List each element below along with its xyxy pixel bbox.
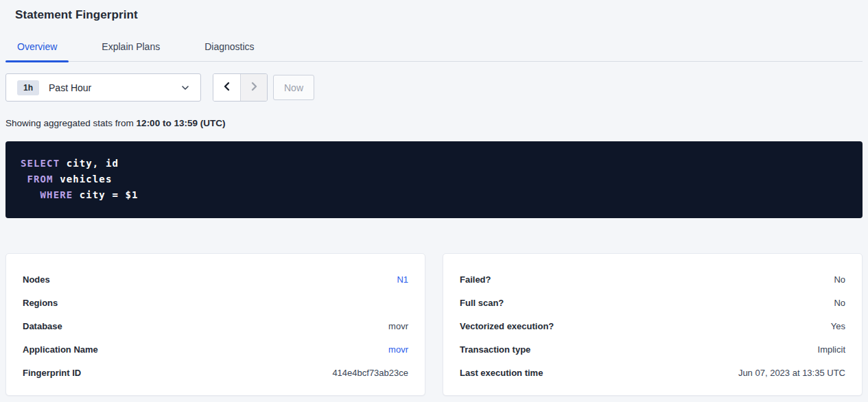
row-value: No <box>834 274 845 285</box>
now-button[interactable]: Now <box>273 75 314 100</box>
sql-line: WHERE city = $1 <box>21 187 847 203</box>
row-label: Transaction type <box>460 344 530 355</box>
row-label: Fingerprint ID <box>23 368 81 378</box>
row-label: Vectorized execution? <box>460 321 554 331</box>
sql-keyword: FROM <box>27 174 54 185</box>
statement-details-card-left: NodesN1RegionsDatabasemovrApplication Na… <box>5 253 425 396</box>
card-row: Regions <box>23 291 408 314</box>
statement-fingerprint-page: Statement Fingerprint Overview Explain P… <box>0 0 868 396</box>
row-value: No <box>834 298 845 308</box>
row-value-link[interactable]: N1 <box>397 274 408 285</box>
card-row: Vectorized execution?Yes <box>460 314 845 338</box>
row-label: Application Name <box>23 344 98 355</box>
stats-caption-prefix: Showing aggregated stats from <box>5 118 137 128</box>
card-row: Application Namemovr <box>23 338 408 361</box>
tab-diagnostics[interactable]: Diagnostics <box>193 23 266 61</box>
summary-cards: NodesN1RegionsDatabasemovrApplication Na… <box>5 253 863 396</box>
tab-explain-plans[interactable]: Explain Plans <box>90 23 172 61</box>
chevron-down-icon <box>180 83 190 93</box>
card-row: Failed?No <box>460 268 845 291</box>
chevron-right-icon <box>248 81 259 95</box>
statement-details-card-right: Failed?NoFull scan?NoVectorized executio… <box>443 253 863 396</box>
sql-keyword: WHERE <box>40 189 73 200</box>
row-value: Yes <box>831 321 845 331</box>
sql-keyword: SELECT <box>21 158 60 169</box>
chevron-left-icon <box>222 81 233 95</box>
tab-overview[interactable]: Overview <box>5 23 69 61</box>
row-value: 414e4bcf73ab23ce <box>332 368 408 378</box>
row-value-link[interactable]: movr <box>388 344 408 355</box>
stats-caption-range: 12:00 to 13:59 (UTC) <box>137 118 226 128</box>
tab-bar: Overview Explain Plans Diagnostics <box>5 23 863 62</box>
time-range-badge: 1h <box>17 80 39 95</box>
row-label: Full scan? <box>460 298 504 308</box>
card-row: Last execution timeJun 07, 2023 at 13:35… <box>460 361 845 384</box>
card-row: Full scan?No <box>460 291 845 314</box>
card-row: Transaction typeImplicit <box>460 338 845 361</box>
row-value: Implicit <box>818 344 845 355</box>
sql-line: FROM vehicles <box>21 172 847 187</box>
row-label: Database <box>23 321 62 331</box>
row-value: Jun 07, 2023 at 13:35 UTC <box>738 368 845 378</box>
next-time-button[interactable] <box>240 74 267 101</box>
row-label: Nodes <box>23 274 50 285</box>
row-label: Regions <box>23 298 58 308</box>
row-value: movr <box>388 321 408 331</box>
time-range-label: Past Hour <box>49 82 91 93</box>
card-row: Fingerprint ID414e4bcf73ab23ce <box>23 361 408 384</box>
time-range-dropdown[interactable]: 1h Past Hour <box>5 73 201 102</box>
sql-statement-box: SELECT city, id FROM vehicles WHERE city… <box>5 141 863 218</box>
card-row: NodesN1 <box>23 268 408 291</box>
time-controls: 1h Past Hour Now <box>5 73 863 102</box>
row-label: Failed? <box>460 274 491 285</box>
previous-time-button[interactable] <box>213 74 240 101</box>
row-label: Last execution time <box>460 368 543 378</box>
sql-line: SELECT city, id <box>21 156 847 172</box>
time-step-button-group <box>213 73 268 102</box>
page-title: Statement Fingerprint <box>5 0 863 23</box>
card-row: Databasemovr <box>23 314 408 338</box>
aggregated-stats-caption: Showing aggregated stats from 12:00 to 1… <box>5 118 863 128</box>
